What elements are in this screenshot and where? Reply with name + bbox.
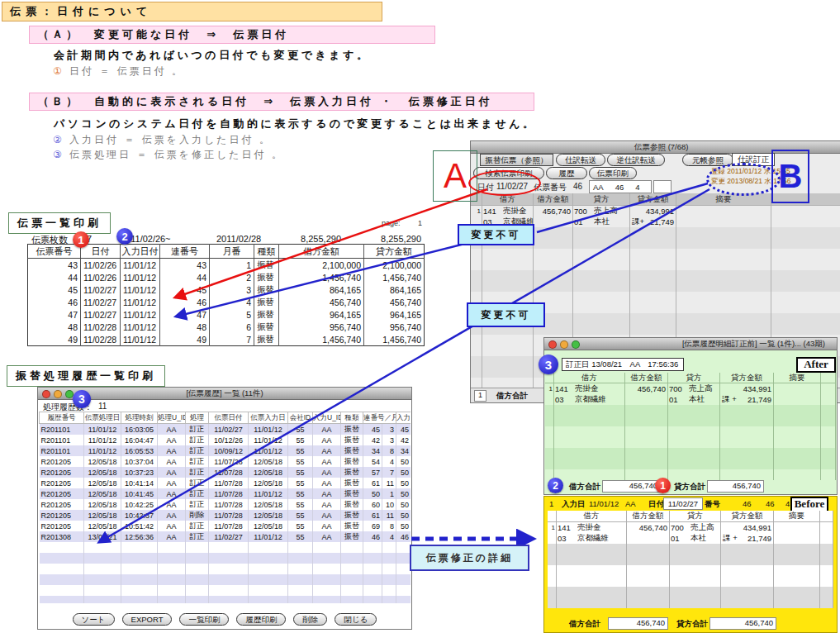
history-row[interactable]: R20120512/05/1810:42:37AA削除11/07/2812/05… — [40, 510, 411, 521]
voucher-reference-button[interactable]: 振替伝票（参照） — [480, 154, 553, 166]
history-row[interactable]: R20130813/08/2112:56:36AA訂正11/02/2711/01… — [40, 531, 411, 542]
cell: 50 — [396, 499, 411, 510]
history-row[interactable]: R20120512/05/1810:41:45AA訂正11/07/2811/01… — [40, 488, 411, 499]
cell — [249, 585, 288, 596]
table-row: 4911/02/2811/01/12497振替1,456,7401,456,74… — [28, 333, 425, 346]
after-window-titlebar[interactable]: [伝票履歴明細訂正前] 一覧 (1件)... (43期) — [544, 338, 837, 350]
history-row[interactable]: R20120512/05/1810:42:25AA訂正11/07/2812/05… — [40, 499, 411, 510]
history-row[interactable]: R20110111/01/1216:03:05AA訂正11/02/2711/01… — [40, 424, 411, 435]
no3: 4 — [785, 499, 790, 508]
row-count-box: 1 — [474, 390, 486, 402]
cell: AA — [158, 531, 186, 542]
debit-amount — [534, 217, 573, 227]
cell: 8 — [382, 521, 396, 531]
history-row[interactable]: R20110111/01/1216:05:53AA訂正10/09/1211/01… — [40, 445, 411, 456]
memo — [774, 533, 820, 544]
spacer — [820, 576, 833, 587]
history-row[interactable]: R20110111/01/1216:04:47AA訂正10/12/2611/01… — [40, 435, 411, 445]
cell: 振替 — [254, 333, 279, 346]
cell: 55 — [288, 424, 313, 435]
row-no — [471, 367, 482, 378]
row-no — [548, 576, 557, 587]
cell: 47 — [28, 308, 81, 321]
cell: 11/07/28 — [209, 478, 249, 488]
history-row[interactable]: R20120512/05/1810:51:42AA訂正11/07/2812/05… — [40, 521, 411, 531]
debit-amount — [534, 292, 573, 302]
debit-amount — [625, 416, 668, 426]
debit-total-label: 借方合計 — [569, 482, 600, 493]
debit-amount — [627, 565, 670, 576]
credit-amount: 課 +21,749 — [720, 394, 774, 405]
cell: 11/01/12 — [121, 271, 160, 283]
cell: 456,740 — [279, 296, 364, 308]
account-name: 売上高 — [594, 206, 629, 217]
minimize-icon[interactable] — [560, 340, 568, 349]
cell — [396, 574, 411, 585]
history-action-button-1[interactable]: EXPORT — [122, 613, 173, 626]
journal-transfer-button[interactable]: 仕訳転送 — [556, 154, 605, 166]
cell: 11/01/12 — [84, 445, 121, 456]
memo — [676, 292, 771, 302]
memo — [676, 259, 771, 270]
cell — [186, 596, 209, 603]
reverse-journal-transfer-button[interactable]: 逆仕訳転送 — [607, 154, 665, 166]
cell: 48 — [160, 321, 210, 333]
debit-amount: 456,740 — [627, 522, 670, 533]
cell: AA — [158, 478, 186, 488]
cell — [249, 574, 288, 585]
before-ledger-table: 借方借方金額貸方貸方金額摘要1141売掛金456,740700売上高434,99… — [548, 511, 833, 608]
credit-account — [668, 405, 720, 416]
debit-amount — [625, 394, 668, 405]
cell: 16:03:05 — [121, 424, 158, 435]
column-header: 借方金額 — [625, 373, 668, 383]
history-button[interactable]: 履歴 — [546, 167, 587, 179]
cell: 50 — [396, 488, 411, 499]
history-action-button-5[interactable]: 閉じる — [335, 613, 377, 626]
history-action-button-0[interactable]: ソート — [73, 613, 115, 626]
history-row[interactable]: R20120512/05/1810:37:04AA訂正11/07/2812/05… — [40, 456, 411, 467]
history-action-button-4[interactable]: 削除 — [293, 613, 327, 626]
cell: R201101 — [40, 424, 84, 435]
date-to: 2011/02/28 — [216, 234, 261, 244]
credit-amount — [720, 469, 774, 480]
history-action-button-2[interactable]: 一覧印刷 — [179, 613, 229, 626]
tax-flag: 課 + — [723, 533, 738, 544]
spacer — [821, 383, 836, 394]
page-title: 伝票：日付について — [2, 2, 382, 21]
cell: 11/02/26 — [81, 259, 121, 272]
cell: AA — [313, 521, 341, 531]
credit-account — [573, 238, 630, 249]
history-row[interactable]: R20120512/05/1810:41:14AA訂正11/07/2812/05… — [40, 478, 411, 488]
cell — [158, 553, 186, 564]
account-name: 京都繊維 — [575, 394, 624, 405]
account-code: 141 — [482, 207, 503, 216]
debit-total-label: 借方合計 — [569, 619, 600, 630]
cell: 11/01/12 — [121, 321, 160, 333]
cell: 46 — [28, 296, 81, 308]
memo — [676, 249, 771, 259]
cell: R201205 — [40, 456, 84, 467]
voucher-id-field[interactable]: AA 46 4 — [589, 180, 652, 193]
debit-total-value: 456,740 — [608, 617, 668, 630]
cell: 11/02/28 — [81, 333, 121, 346]
cell: 12/05/18 — [84, 510, 121, 521]
voucher-print-button[interactable]: 伝票印刷 — [589, 167, 637, 179]
zoom-icon[interactable] — [572, 340, 580, 349]
cell: 11/01/12 — [249, 531, 288, 542]
history-action-button-3[interactable]: 履歴印刷 — [236, 613, 286, 626]
history-window-titlebar[interactable]: [伝票履歴] 一覧 (11件) — [38, 388, 411, 400]
cell — [363, 596, 382, 603]
history-row[interactable]: R20120512/05/1810:37:23AA訂正11/07/2812/05… — [40, 467, 411, 478]
debit-amount — [627, 576, 670, 587]
cell: 11/02/27 — [81, 308, 121, 321]
cell — [341, 542, 363, 553]
credit-account — [670, 554, 721, 565]
close-icon[interactable] — [548, 340, 557, 349]
row-no: 1 — [471, 206, 482, 217]
account-code: 141 — [554, 384, 575, 393]
credit-account — [573, 302, 630, 313]
memo — [774, 394, 821, 405]
debit-amount — [627, 587, 670, 597]
credit-amount — [721, 576, 774, 587]
empty-field[interactable] — [653, 180, 672, 193]
